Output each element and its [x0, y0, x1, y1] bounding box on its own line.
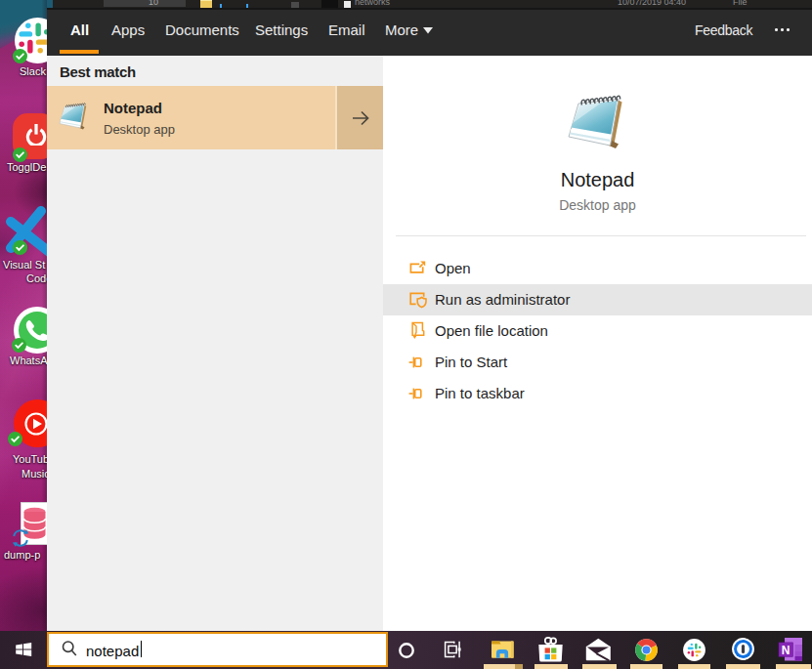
- svg-text:N: N: [782, 644, 791, 657]
